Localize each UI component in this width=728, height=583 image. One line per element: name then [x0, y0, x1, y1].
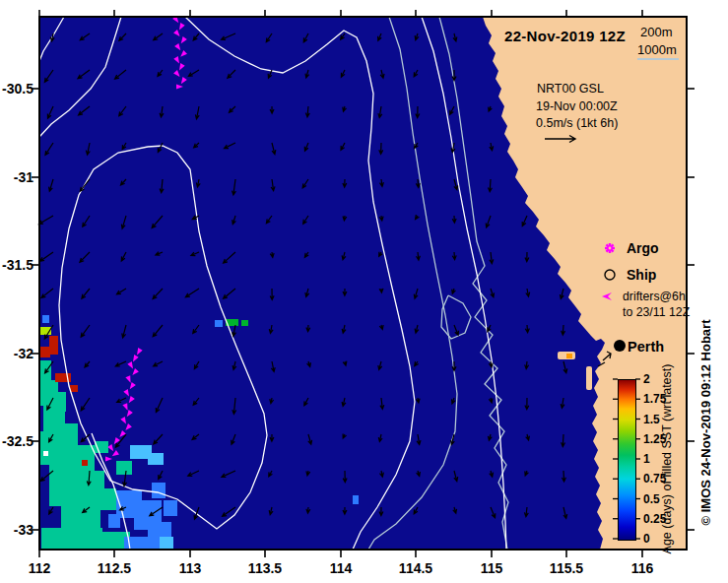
legend-ship-label: Ship	[627, 268, 656, 282]
depth-contour-label-1000m: 1000m	[637, 43, 677, 56]
y-tick-label: -33	[0, 523, 33, 537]
sst-age-patch	[160, 537, 173, 549]
legend-drifters-line2: to 23/11 12Z	[623, 306, 690, 318]
island	[586, 366, 592, 390]
sst-age-patch	[41, 528, 102, 549]
x-tick-label: 113	[179, 561, 202, 575]
x-tick-label: 112	[29, 561, 51, 575]
depth-contour-label-200m: 200m	[640, 26, 673, 38]
x-tick-label: 115.5	[550, 561, 583, 575]
model-name: NRT00 GSL	[537, 83, 604, 96]
legend-drifters-line1: drifters@6h	[623, 291, 686, 302]
argo-symbol-icon	[609, 247, 612, 250]
sst-age-patch	[61, 498, 100, 530]
sst-age-patch	[49, 336, 58, 355]
sst-age-patch	[215, 320, 223, 327]
imos-credit-text: © IMOS 24-Nov-2019 09:12 Hobart	[699, 320, 712, 526]
sst-age-patch	[42, 315, 49, 323]
contour-1000m-sample-line	[637, 58, 679, 60]
sst-age-patch	[108, 514, 120, 528]
sst-age-patch	[116, 461, 132, 475]
sst-age-patch	[39, 347, 50, 357]
colorbar-tick-label: 0.25	[643, 513, 666, 525]
sst-age-patch	[164, 500, 177, 516]
sst-age-patch	[566, 354, 572, 358]
sst-age-patch	[99, 488, 116, 510]
legend-argo-label: Argo	[627, 241, 659, 255]
sst-age-colorbar	[618, 379, 636, 541]
x-tick-label: 115	[481, 561, 503, 575]
map-datetime-title: 22-Nov-2019 12Z	[504, 29, 626, 43]
x-tick-label: 113.5	[248, 561, 282, 575]
y-tick-label: -31	[0, 170, 33, 184]
colorbar-tick-label: 0.5	[643, 493, 660, 505]
vector-scale-label: 0.5m/s (1kt 6h)	[536, 117, 618, 130]
x-tick-label: 112.5	[98, 561, 131, 575]
city-label-perth: Perth	[628, 340, 664, 355]
y-tick-label: -32.5	[0, 434, 33, 448]
y-tick-label: -32	[0, 347, 33, 360]
colorbar-tick-label: 1	[643, 453, 650, 465]
colorbar-tick-label: 1.75	[643, 393, 666, 405]
sst-age-patch	[82, 460, 88, 466]
sst-age-patch	[241, 320, 248, 326]
x-tick-label: 114	[330, 561, 353, 575]
y-tick-label: -31.5	[0, 258, 33, 272]
colorbar-tick-label: 1.25	[643, 433, 666, 445]
x-tick-label: 116	[631, 561, 654, 575]
sst-age-patch	[43, 451, 48, 456]
sst-age-patch	[353, 495, 359, 504]
colorbar-tick-label: 0	[643, 533, 650, 545]
y-tick-label: -30.5	[0, 82, 33, 96]
colorbar-tick-label: 2	[643, 373, 650, 385]
colorbar-tick-label: 1.5	[643, 414, 660, 425]
model-time: 19-Nov 00:00Z	[536, 100, 618, 113]
sst-age-patch	[152, 483, 165, 498]
ocean-current-map-figure: 22-Nov-2019 12Z 200m 1000m NRT00 GSL 19-…	[0, 0, 728, 583]
x-tick-label: 114.5	[399, 561, 432, 575]
colorbar-tick-label: 0.75	[643, 473, 666, 485]
sst-age-patch	[148, 453, 164, 465]
perth-dot	[614, 340, 626, 352]
